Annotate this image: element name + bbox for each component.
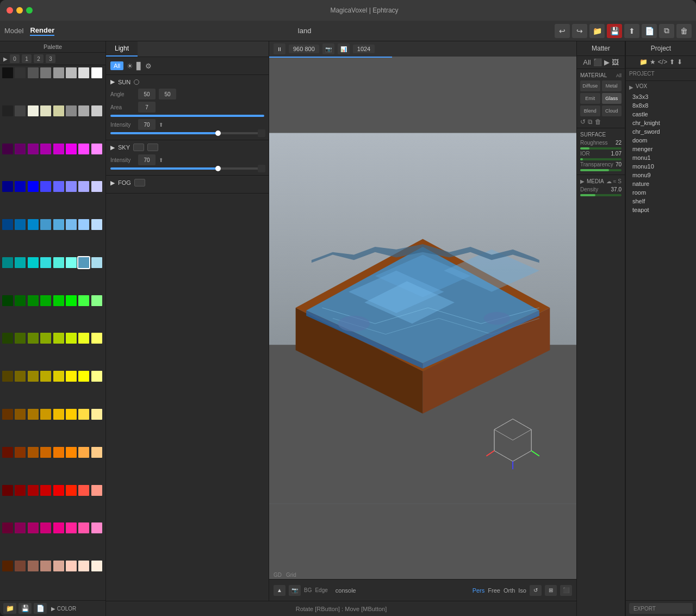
color-swatch[interactable] [53,295,64,306]
color-swatch[interactable] [2,295,13,306]
delete-button[interactable]: 🗑 [676,24,692,38]
code-project-icon[interactable]: </> [658,58,667,66]
vox-item-8x8x8[interactable]: 8x8x8 [629,101,693,110]
color-swatch[interactable] [91,409,102,420]
color-swatch[interactable] [66,522,77,533]
color-swatch[interactable] [78,447,89,458]
diffuse-button[interactable]: Diffuse [580,80,600,91]
color-swatch[interactable] [40,105,51,116]
refresh-icon[interactable]: ↺ [530,585,542,596]
camera-button[interactable]: 📷 [289,585,301,596]
color-swatch[interactable] [78,219,89,230]
undo-button[interactable]: ↩ [555,24,570,38]
color-swatch[interactable] [91,144,102,154]
color-swatch[interactable] [15,219,26,230]
palette-page-3[interactable]: 3 [46,54,55,63]
vox-item-monu9[interactable]: monu9 [629,171,693,179]
color-swatch[interactable] [15,561,26,571]
color-swatch[interactable] [91,447,102,458]
media-icon-1[interactable]: ☁ [606,178,612,184]
color-swatch[interactable] [66,447,77,458]
fog-header[interactable]: ▶ FOG [110,179,264,186]
copy-button[interactable]: ⧉ [659,24,674,38]
media-icon-2[interactable]: ≈ [613,178,617,184]
sky-intensity-stepper[interactable]: ⬆ [159,157,163,163]
color-swatch[interactable] [91,485,102,496]
color-swatch[interactable] [66,257,77,268]
sky-img-toggle[interactable] [147,144,158,151]
color-swatch[interactable] [53,67,64,78]
settings-icon[interactable]: ⚙ [145,62,152,70]
palette-arrow[interactable]: ▶ [3,56,8,62]
sky-intensity-val[interactable]: 70 [138,154,156,165]
intensity-stepper[interactable]: ⬆ [159,122,163,128]
color-swatch[interactable] [28,561,39,571]
intensity-val[interactable]: 70 [138,119,156,130]
color-swatch[interactable] [66,144,77,154]
up-button[interactable]: ▲ [274,585,285,596]
color-swatch[interactable] [66,561,77,571]
transparency-bar[interactable] [580,169,622,171]
close-button[interactable] [7,7,13,14]
image-matter-icon[interactable]: 🖼 [612,58,619,66]
density-bar[interactable] [580,194,622,196]
sky-intensity-slider[interactable] [110,167,264,170]
sun-icon[interactable]: ☀ [127,62,133,70]
viewport[interactable]: ⏸ 960 800 📷 📊 1024 [269,41,576,601]
color-swatch[interactable] [40,219,51,230]
area-input[interactable]: 7 [138,102,156,113]
color-swatch[interactable] [2,144,13,154]
refresh-mat-icon[interactable]: ↺ [580,118,586,126]
angle-y-input[interactable]: 50 [159,89,176,99]
color-swatch[interactable] [28,522,39,533]
sky-header[interactable]: ▶ SKY [110,144,264,151]
color-swatch[interactable] [28,67,39,78]
color-swatch[interactable] [53,522,64,533]
vox-item-chr-sword[interactable]: chr_sword [629,127,693,136]
color-swatch[interactable] [66,371,77,382]
sky-toggle-sq[interactable] [133,144,144,151]
vox-item-monu1[interactable]: monu1 [629,153,693,162]
color-swatch[interactable] [78,333,89,344]
color-swatch[interactable] [15,257,26,268]
color-swatch[interactable] [53,219,64,230]
cloud-button[interactable]: Cloud [602,105,622,116]
color-swatch[interactable] [53,333,64,344]
color-swatch[interactable] [28,447,39,458]
color-swatch[interactable] [2,447,13,458]
export-up-button[interactable]: ⬆ [624,24,639,38]
color-swatch[interactable] [2,105,13,116]
color-swatch[interactable] [91,219,102,230]
redo-button[interactable]: ↪ [572,24,587,38]
color-swatch[interactable] [91,257,102,268]
color-swatch[interactable] [78,295,89,306]
color-swatch[interactable] [2,409,13,420]
palette-page-1[interactable]: 1 [22,54,32,63]
color-swatch[interactable] [66,409,77,420]
color-swatch[interactable] [40,522,51,533]
metal-button[interactable]: Metal [602,80,622,91]
free-mode[interactable]: Free [488,587,500,594]
color-swatch[interactable] [78,67,89,78]
color-swatch[interactable] [91,67,102,78]
pers-mode[interactable]: Pers [473,587,485,594]
sky-knob[interactable] [258,165,265,172]
vox-item-teapot[interactable]: teapot [629,206,693,214]
color-swatch[interactable] [66,67,77,78]
video-matter-icon[interactable]: ▶ [604,58,610,66]
color-swatch[interactable] [28,219,39,230]
minimize-button[interactable] [16,7,23,14]
layout-icon[interactable]: ⊞ [545,585,557,596]
color-swatch[interactable] [40,447,51,458]
color-swatch[interactable] [66,295,77,306]
color-swatch[interactable] [66,105,77,116]
folder-project-icon[interactable]: 📁 [639,58,648,66]
render-tab[interactable]: Render [30,26,54,36]
export-button[interactable]: EXPORT [629,603,693,614]
vox-item-nature[interactable]: nature [629,179,693,188]
color-swatch[interactable] [15,181,26,192]
color-swatch[interactable] [53,181,64,192]
color-swatch[interactable] [53,105,64,116]
palette-new-button[interactable]: 📄 [34,603,47,614]
color-swatch[interactable] [40,181,51,192]
